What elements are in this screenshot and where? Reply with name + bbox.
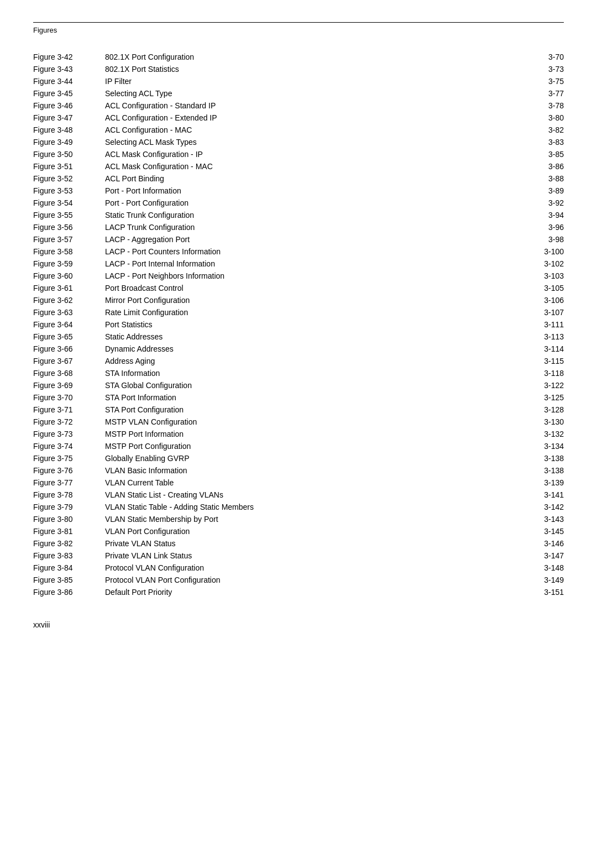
table-row: Figure 3-68STA Information3-118: [33, 367, 564, 379]
table-row: Figure 3-83Private VLAN Link Status3-147: [33, 550, 564, 562]
figure-title: Port - Port Configuration: [105, 197, 520, 209]
figure-title: VLAN Static Table - Adding Static Member…: [105, 501, 520, 513]
table-row: Figure 3-58LACP - Port Counters Informat…: [33, 245, 564, 258]
table-row: Figure 3-75Globally Enabling GVRP3-138: [33, 452, 564, 464]
table-row: Figure 3-69STA Global Configuration3-122: [33, 379, 564, 391]
table-row: Figure 3-82Private VLAN Status3-146: [33, 537, 564, 550]
table-row: Figure 3-59LACP - Port Internal Informat…: [33, 258, 564, 270]
figure-title: Selecting ACL Type: [105, 87, 520, 100]
figure-page: 3-100: [520, 245, 564, 258]
table-row: Figure 3-70STA Port Information3-125: [33, 391, 564, 404]
figure-id: Figure 3-49: [33, 136, 105, 148]
figure-id: Figure 3-85: [33, 574, 105, 586]
table-row: Figure 3-85Protocol VLAN Port Configurat…: [33, 574, 564, 586]
figure-id: Figure 3-54: [33, 197, 105, 209]
figure-id: Figure 3-66: [33, 343, 105, 355]
figure-id: Figure 3-65: [33, 331, 105, 343]
figure-page: 3-96: [520, 221, 564, 233]
figure-id: Figure 3-57: [33, 233, 105, 245]
figure-page: 3-139: [520, 477, 564, 489]
figure-page: 3-106: [520, 294, 564, 306]
table-row: Figure 3-81VLAN Port Configuration3-145: [33, 525, 564, 537]
table-row: Figure 3-64Port Statistics3-111: [33, 318, 564, 331]
figure-title: STA Port Information: [105, 391, 520, 404]
figure-title: LACP - Aggregation Port: [105, 233, 520, 245]
table-row: Figure 3-80VLAN Static Membership by Por…: [33, 513, 564, 525]
table-row: Figure 3-46ACL Configuration - Standard …: [33, 100, 564, 112]
figure-page: 3-125: [520, 391, 564, 404]
figure-page: 3-92: [520, 197, 564, 209]
figure-title: VLAN Current Table: [105, 477, 520, 489]
figure-page: 3-111: [520, 318, 564, 331]
figure-page: 3-98: [520, 233, 564, 245]
figure-id: Figure 3-76: [33, 464, 105, 477]
figure-id: Figure 3-78: [33, 489, 105, 501]
figure-page: 3-73: [520, 63, 564, 75]
figure-title: VLAN Static List - Creating VLANs: [105, 489, 520, 501]
figure-id: Figure 3-68: [33, 367, 105, 379]
page-number: xxviii: [33, 620, 50, 629]
figure-page: 3-132: [520, 428, 564, 440]
figure-id: Figure 3-59: [33, 258, 105, 270]
figure-title: Selecting ACL Mask Types: [105, 136, 520, 148]
table-row: Figure 3-55Static Trunk Configuration3-9…: [33, 209, 564, 221]
figure-title: ACL Port Binding: [105, 172, 520, 185]
figure-title: Private VLAN Link Status: [105, 550, 520, 562]
figure-page: 3-134: [520, 440, 564, 452]
figure-page: 3-86: [520, 160, 564, 172]
figure-id: Figure 3-75: [33, 452, 105, 464]
figure-id: Figure 3-71: [33, 404, 105, 416]
figure-page: 3-146: [520, 537, 564, 550]
figure-id: Figure 3-53: [33, 185, 105, 197]
figure-id: Figure 3-72: [33, 416, 105, 428]
figure-page: 3-82: [520, 124, 564, 136]
figure-title: Port Statistics: [105, 318, 520, 331]
figure-id: Figure 3-43: [33, 63, 105, 75]
figure-title: VLAN Static Membership by Port: [105, 513, 520, 525]
figure-id: Figure 3-55: [33, 209, 105, 221]
table-row: Figure 3-67Address Aging3-115: [33, 355, 564, 367]
figure-page: 3-151: [520, 586, 564, 598]
figure-title: LACP - Port Counters Information: [105, 245, 520, 258]
figure-id: Figure 3-81: [33, 525, 105, 537]
table-row: Figure 3-86Default Port Priority3-151: [33, 586, 564, 598]
figure-title: MSTP Port Information: [105, 428, 520, 440]
page-footer: xxviii: [33, 620, 564, 629]
table-row: Figure 3-66Dynamic Addresses3-114: [33, 343, 564, 355]
figure-id: Figure 3-47: [33, 112, 105, 124]
figure-title: ACL Configuration - MAC: [105, 124, 520, 136]
figure-id: Figure 3-44: [33, 75, 105, 87]
figure-id: Figure 3-84: [33, 562, 105, 574]
figure-id: Figure 3-86: [33, 586, 105, 598]
figure-page: 3-138: [520, 464, 564, 477]
figure-page: 3-149: [520, 574, 564, 586]
table-row: Figure 3-74MSTP Port Configuration3-134: [33, 440, 564, 452]
figure-id: Figure 3-52: [33, 172, 105, 185]
table-row: Figure 3-65Static Addresses3-113: [33, 331, 564, 343]
figure-id: Figure 3-62: [33, 294, 105, 306]
table-row: Figure 3-49Selecting ACL Mask Types3-83: [33, 136, 564, 148]
figure-title: Default Port Priority: [105, 586, 520, 598]
figure-id: Figure 3-64: [33, 318, 105, 331]
figure-id: Figure 3-73: [33, 428, 105, 440]
figure-page: 3-113: [520, 331, 564, 343]
figure-id: Figure 3-46: [33, 100, 105, 112]
page-header: Figures: [33, 22, 564, 34]
figure-id: Figure 3-83: [33, 550, 105, 562]
table-row: Figure 3-43802.1X Port Statistics3-73: [33, 63, 564, 75]
figure-title: Port - Port Information: [105, 185, 520, 197]
figure-page: 3-103: [520, 270, 564, 282]
figure-page: 3-94: [520, 209, 564, 221]
figure-page: 3-145: [520, 525, 564, 537]
figure-page: 3-128: [520, 404, 564, 416]
figure-page: 3-148: [520, 562, 564, 574]
figure-id: Figure 3-80: [33, 513, 105, 525]
figure-title: Protocol VLAN Port Configuration: [105, 574, 520, 586]
figure-page: 3-115: [520, 355, 564, 367]
table-row: Figure 3-56LACP Trunk Configuration3-96: [33, 221, 564, 233]
figure-title: Rate Limit Configuration: [105, 306, 520, 318]
table-row: Figure 3-54Port - Port Configuration3-92: [33, 197, 564, 209]
figure-title: VLAN Basic Information: [105, 464, 520, 477]
table-row: Figure 3-51ACL Mask Configuration - MAC3…: [33, 160, 564, 172]
figure-title: STA Information: [105, 367, 520, 379]
